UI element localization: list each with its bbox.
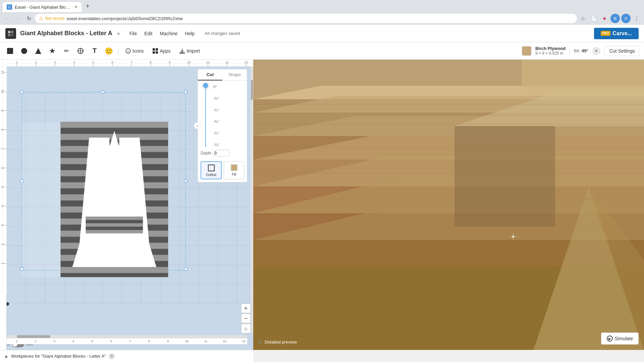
svg-text:11: 11 xyxy=(206,61,210,64)
depth-section: 0° -¹⁄₈" -¹⁄₄" -³⁄₈" -¹⁄₂" -⁵⁄₈" xyxy=(198,81,247,150)
depth-mark-5: -⁵⁄₈" xyxy=(213,143,219,147)
workpieces-expand-icon[interactable]: ▲ xyxy=(4,354,8,359)
scrollbar-thumb-v[interactable] xyxy=(251,80,253,100)
zoom-out-button[interactable]: − xyxy=(241,314,251,323)
workpieces-help-icon[interactable]: ? xyxy=(109,353,115,359)
svg-text:12: 12 xyxy=(225,61,229,64)
svg-text:3: 3 xyxy=(54,340,55,343)
svg-rect-13 xyxy=(156,48,158,51)
toolbar: ★ ✏ T 🙂 ☺ Icons Apps Import Birch Plywoo… xyxy=(0,42,644,60)
svg-text:8: 8 xyxy=(148,340,150,343)
title-star-icon[interactable]: ★ xyxy=(116,31,121,36)
depth-mark-3: -³⁄₈" xyxy=(213,119,219,124)
browser-tab[interactable]: E Easel - Giant Alphabet Blocks - L... × xyxy=(3,2,82,12)
depth-input-field[interactable] xyxy=(213,150,229,157)
scrollbar-horizontal[interactable] xyxy=(7,335,247,338)
back-button[interactable]: ← xyxy=(3,14,12,23)
app-logo-icon xyxy=(7,30,14,37)
pro-badge: PRO xyxy=(601,31,611,36)
shape-buttons: Outline Fill xyxy=(198,159,247,182)
selection-tool[interactable] xyxy=(74,45,87,57)
svg-text:12: 12 xyxy=(223,340,226,343)
emoji-tool[interactable]: 🙂 xyxy=(103,45,115,57)
depth-labels: 0° -¹⁄₈" -¹⁄₄" -³⁄₈" -¹⁄₂" -⁵⁄₈" xyxy=(213,83,219,147)
tab-cut[interactable]: Cut xyxy=(198,69,222,80)
svg-text:5: 5 xyxy=(92,61,94,64)
depth-slider-track[interactable] xyxy=(201,83,211,147)
browser-menu-icon[interactable]: ⋮ xyxy=(632,14,641,23)
svg-point-5 xyxy=(21,48,27,54)
browser-nav-bar: ← → ↻ ⚠ Not secure easel.inventables.com… xyxy=(0,12,644,25)
extension-icon-3[interactable]: G xyxy=(610,14,620,23)
outline-button[interactable]: Outline xyxy=(201,161,222,179)
extension-icon-1[interactable]: 📄 xyxy=(589,14,598,23)
svg-rect-77 xyxy=(184,180,187,183)
preview-3d-svg xyxy=(253,60,644,350)
app-header: Giant Alphabet Blocks - Letter A ★ File … xyxy=(0,25,644,42)
tab-bar: E Easel - Giant Alphabet Blocks - L... ×… xyxy=(0,0,644,12)
add-bit-button[interactable]: + xyxy=(592,47,600,55)
carve-button[interactable]: PRO Carve... xyxy=(594,28,639,39)
new-tab-button[interactable]: + xyxy=(83,1,92,11)
profile-icon[interactable]: A xyxy=(621,14,631,23)
scrollbar-thumb-h[interactable] xyxy=(17,335,50,338)
address-bar[interactable]: ⚠ Not secure easel.inventables.com/proje… xyxy=(35,14,577,23)
svg-rect-1 xyxy=(11,31,13,33)
svg-rect-4 xyxy=(7,48,13,54)
svg-text:10: 10 xyxy=(185,340,189,343)
pen-tool[interactable]: ✏ xyxy=(60,45,72,57)
tab-close-icon[interactable]: × xyxy=(74,4,77,10)
simulate-button[interactable]: ▶ Simulate xyxy=(601,333,639,345)
fill-button[interactable]: Fill xyxy=(224,161,244,179)
scrollbar-vertical[interactable] xyxy=(251,66,253,333)
svg-rect-14 xyxy=(153,51,155,54)
triangle-tool[interactable] xyxy=(32,45,44,57)
menu-file[interactable]: File xyxy=(126,29,141,38)
menu-machine[interactable]: Machine xyxy=(156,29,181,38)
zoom-home-button[interactable]: ⌂ xyxy=(241,324,251,333)
svg-rect-2 xyxy=(8,34,10,36)
material-name: Birch Plywood xyxy=(535,46,566,51)
icons-tool[interactable]: ☺ Icons xyxy=(122,46,147,56)
import-icon xyxy=(179,48,185,54)
svg-text:4: 4 xyxy=(72,340,74,343)
import-tool[interactable]: Import xyxy=(176,46,203,56)
saved-status: All changes saved xyxy=(205,31,240,36)
svg-text:3: 3 xyxy=(54,61,56,64)
depth-input-label: Depth xyxy=(201,151,211,156)
svg-text:7: 7 xyxy=(130,61,132,64)
outline-label: Outline xyxy=(206,173,217,177)
preview-area: ✓ Detailed preview ▶ Simulate xyxy=(253,60,644,350)
fill-label: Fill xyxy=(232,173,236,176)
detailed-preview-label: Detailed preview xyxy=(265,340,297,345)
rectangle-tool[interactable] xyxy=(4,45,16,57)
text-tool[interactable]: T xyxy=(89,45,101,57)
depth-mark-4: -¹⁄₂" xyxy=(213,131,219,135)
svg-text:6: 6 xyxy=(110,340,112,343)
svg-rect-86 xyxy=(60,122,168,128)
svg-rect-119 xyxy=(86,227,143,230)
bookmark-icon[interactable]: ☆ xyxy=(578,14,588,23)
material-size: 9 × 9 × 0.625 in xyxy=(535,51,566,56)
ruler-left: 11 10 9 8 7 6 5 4 3 2 1 xyxy=(0,60,7,350)
canvas-area: 1 2 3 4 5 6 7 8 9 10 11 12 13 xyxy=(0,60,253,350)
menu-edit[interactable]: Edit xyxy=(141,29,156,38)
main-layout: 1 2 3 4 5 6 7 8 9 10 11 12 13 xyxy=(0,60,644,350)
material-swatch xyxy=(522,46,531,56)
cut-settings-button[interactable]: Cut Settings xyxy=(604,46,640,56)
ruler-top: 1 2 3 4 5 6 7 8 9 10 11 12 13 xyxy=(0,60,253,66)
extension-icon-2[interactable]: ★ xyxy=(600,14,609,23)
icons-icon: ☺ xyxy=(125,48,131,54)
forward-button[interactable]: → xyxy=(13,14,23,23)
tab-shape[interactable]: Shape xyxy=(222,69,247,80)
zoom-in-button[interactable]: + xyxy=(241,304,251,313)
panel-arrow-left[interactable]: ‹ xyxy=(194,122,201,129)
svg-marker-6 xyxy=(35,48,41,54)
ellipse-tool[interactable] xyxy=(18,45,30,57)
apps-tool[interactable]: Apps xyxy=(149,46,174,56)
star-tool[interactable]: ★ xyxy=(46,45,58,57)
menu-help[interactable]: Help xyxy=(181,29,198,38)
refresh-button[interactable]: ↻ xyxy=(24,14,34,23)
svg-text:11: 11 xyxy=(204,340,207,343)
svg-rect-73 xyxy=(20,91,23,94)
